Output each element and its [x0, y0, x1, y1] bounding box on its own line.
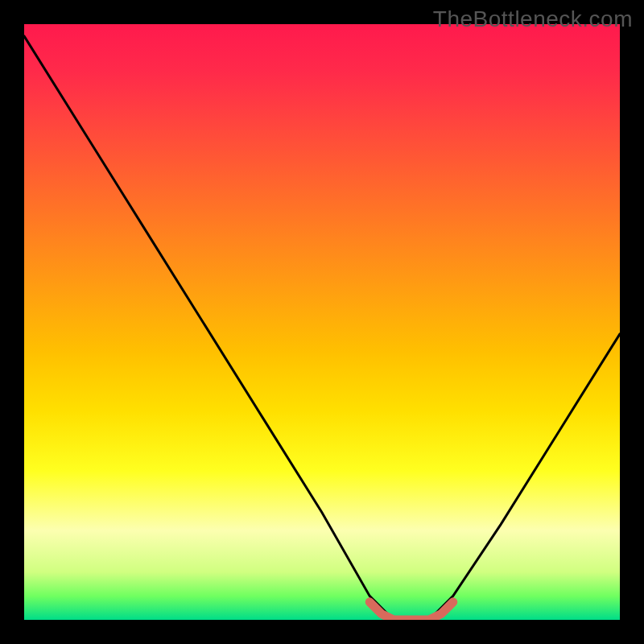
chart-svg	[24, 24, 620, 620]
optimal-zone-marker	[369, 602, 453, 620]
bottleneck-curve	[24, 36, 620, 620]
watermark-text: TheBottleneck.com	[433, 6, 633, 32]
chart-plot-area	[24, 24, 620, 620]
